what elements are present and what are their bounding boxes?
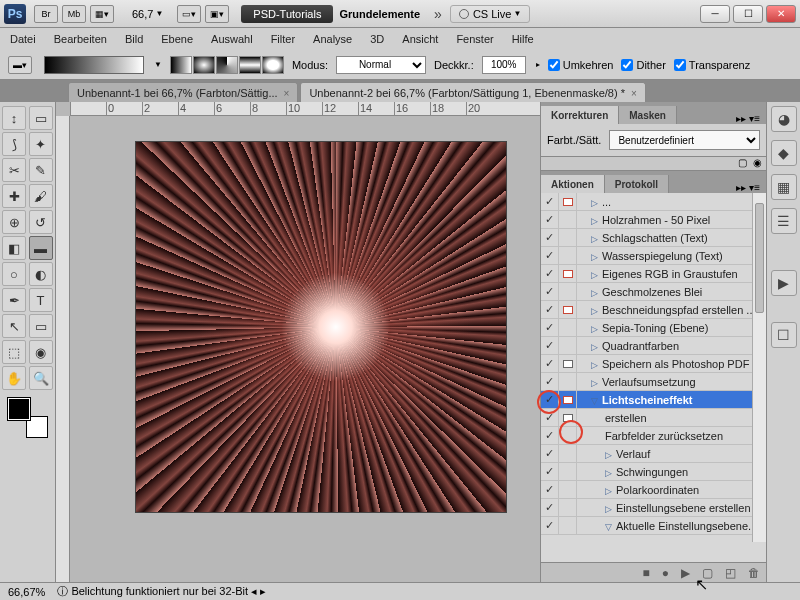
opacity-input[interactable] — [482, 56, 526, 74]
panel-menu-icon[interactable]: ▸▸ ▾≡ — [730, 113, 766, 124]
folder-icon[interactable]: ▢ — [702, 566, 713, 580]
menu-bild[interactable]: Bild — [125, 33, 143, 45]
tab-aktionen[interactable]: Aktionen — [541, 175, 605, 193]
dither-checkbox[interactable]: Dither — [621, 59, 665, 71]
move-tool[interactable]: ↕ — [2, 106, 26, 130]
actions-list[interactable]: ✓▷...✓▷Holzrahmen - 50 Pixel✓▷Schlagscha… — [541, 193, 766, 562]
marquee-tool[interactable]: ▭ — [29, 106, 53, 130]
tool-preset-icon[interactable]: ▬▾ — [8, 56, 32, 74]
menu-3d[interactable]: 3D — [370, 33, 384, 45]
close-icon[interactable]: × — [631, 88, 637, 99]
menu-filter[interactable]: Filter — [271, 33, 295, 45]
minimize-button[interactable]: ─ — [700, 5, 730, 23]
eyedropper-tool[interactable]: ✎ — [29, 158, 53, 182]
preset-icon[interactable]: ▢ — [738, 157, 747, 170]
color-panel-icon[interactable]: ◕ — [771, 106, 797, 132]
menu-analyse[interactable]: Analyse — [313, 33, 352, 45]
brush-tool[interactable]: 🖌 — [29, 184, 53, 208]
action-row[interactable]: ✓▷Sepia-Toning (Ebene) — [541, 319, 766, 337]
action-row[interactable]: ✓▷Quadrantfarben — [541, 337, 766, 355]
action-row[interactable]: ✓▽Lichtscheineffekt — [541, 391, 766, 409]
foreground-swatch[interactable] — [8, 398, 30, 420]
type-tool[interactable]: T — [29, 288, 53, 312]
zoom-dropdown[interactable]: 66,7▼ — [126, 5, 169, 23]
shape-tool[interactable]: ▭ — [29, 314, 53, 338]
action-row[interactable]: ✓▷Wasserspiegelung (Text) — [541, 247, 766, 265]
action-row[interactable]: ✓▷Einstellungsebene erstellen — [541, 499, 766, 517]
doc-tab-2[interactable]: Unbenannt-2 bei 66,7% (Farbton/Sättigung… — [300, 82, 645, 102]
gradient-radial-icon[interactable] — [193, 56, 215, 74]
stamp-tool[interactable]: ⊕ — [2, 210, 26, 234]
close-button[interactable]: ✕ — [766, 5, 796, 23]
history-panel-icon[interactable]: ▶ — [771, 270, 797, 296]
styles-panel-icon[interactable]: ▦ — [771, 174, 797, 200]
hand-tool[interactable]: ✋ — [2, 366, 26, 390]
history-brush-tool[interactable]: ↺ — [29, 210, 53, 234]
color-swatches[interactable] — [8, 398, 48, 438]
tab-masken[interactable]: Masken — [619, 106, 677, 124]
action-row[interactable]: ✓Farbfelder zurücksetzen — [541, 427, 766, 445]
menu-auswahl[interactable]: Auswahl — [211, 33, 253, 45]
menu-datei[interactable]: Datei — [10, 33, 36, 45]
scrollbar[interactable] — [752, 193, 766, 542]
arrange-icon[interactable]: ▦▾ — [90, 5, 114, 23]
blur-tool[interactable]: ○ — [2, 262, 26, 286]
new-icon[interactable]: ◰ — [725, 566, 736, 580]
workspace-more-icon[interactable]: » — [434, 6, 442, 22]
zoom-status[interactable]: 66,67% — [8, 586, 45, 598]
zoom-tool[interactable]: 🔍 — [29, 366, 53, 390]
path-tool[interactable]: ↖ — [2, 314, 26, 338]
close-icon[interactable]: × — [284, 88, 290, 99]
action-row[interactable]: ✓▷Verlaufsumsetzung — [541, 373, 766, 391]
gradient-tool[interactable]: ▬ — [29, 236, 53, 260]
tab-korrekturen[interactable]: Korrekturen — [541, 106, 619, 124]
gradient-linear-icon[interactable] — [170, 56, 192, 74]
3d-tool[interactable]: ⬚ — [2, 340, 26, 364]
gradient-reflected-icon[interactable] — [239, 56, 261, 74]
wand-tool[interactable]: ✦ — [29, 132, 53, 156]
action-row[interactable]: ✓erstellen — [541, 409, 766, 427]
extras-icon[interactable]: ▭▾ — [177, 5, 201, 23]
maximize-button[interactable]: ☐ — [733, 5, 763, 23]
action-row[interactable]: ✓▷... — [541, 193, 766, 211]
menu-bearbeiten[interactable]: Bearbeiten — [54, 33, 107, 45]
gradient-angle-icon[interactable] — [216, 56, 238, 74]
menu-ebene[interactable]: Ebene — [161, 33, 193, 45]
preset-icon[interactable]: ◉ — [753, 157, 762, 170]
camera-tool[interactable]: ◉ — [29, 340, 53, 364]
misc-panel-icon[interactable]: ☐ — [771, 322, 797, 348]
dodge-tool[interactable]: ◐ — [29, 262, 53, 286]
screen-mode-icon[interactable]: ▣▾ — [205, 5, 229, 23]
gradient-preview[interactable] — [44, 56, 144, 74]
action-row[interactable]: ✓▷Verlauf — [541, 445, 766, 463]
swatches-panel-icon[interactable]: ◆ — [771, 140, 797, 166]
menu-hilfe[interactable]: Hilfe — [512, 33, 534, 45]
menu-fenster[interactable]: Fenster — [456, 33, 493, 45]
action-row[interactable]: ✓▷Speichern als Photoshop PDF — [541, 355, 766, 373]
cslive-button[interactable]: CS Live▼ — [450, 5, 530, 23]
action-row[interactable]: ✓▷Beschneidungspfad erstellen ... — [541, 301, 766, 319]
workspace-current[interactable]: PSD-Tutorials — [241, 5, 333, 23]
record-icon[interactable]: ● — [662, 566, 669, 580]
action-row[interactable]: ✓▷Holzrahmen - 50 Pixel — [541, 211, 766, 229]
mode-select[interactable]: Normal — [336, 56, 426, 74]
lasso-tool[interactable]: ⟆ — [2, 132, 26, 156]
tab-protokoll[interactable]: Protokoll — [605, 175, 669, 193]
action-row[interactable]: ✓▷Schwingungen — [541, 463, 766, 481]
doc-tab-1[interactable]: Unbenannt-1 bei 66,7% (Farbton/Sättig...… — [68, 82, 298, 102]
play-icon[interactable]: ▶ — [681, 566, 690, 580]
document-canvas[interactable] — [136, 142, 506, 512]
transparency-checkbox[interactable]: Transparenz — [674, 59, 750, 71]
pen-tool[interactable]: ✒ — [2, 288, 26, 312]
minibridge-icon[interactable]: Mb — [62, 5, 86, 23]
menu-ansicht[interactable]: Ansicht — [402, 33, 438, 45]
panel-menu-icon[interactable]: ▸▸ ▾≡ — [730, 182, 766, 193]
action-row[interactable]: ✓▷Polarkoordinaten — [541, 481, 766, 499]
reverse-checkbox[interactable]: Umkehren — [548, 59, 614, 71]
trash-icon[interactable]: 🗑 — [748, 566, 760, 580]
scrollbar-thumb[interactable] — [755, 203, 764, 313]
action-row[interactable]: ✓▷Schlagschatten (Text) — [541, 229, 766, 247]
stop-icon[interactable]: ■ — [643, 566, 650, 580]
preset-select[interactable]: Benutzerdefiniert — [609, 130, 760, 150]
crop-tool[interactable]: ✂ — [2, 158, 26, 182]
